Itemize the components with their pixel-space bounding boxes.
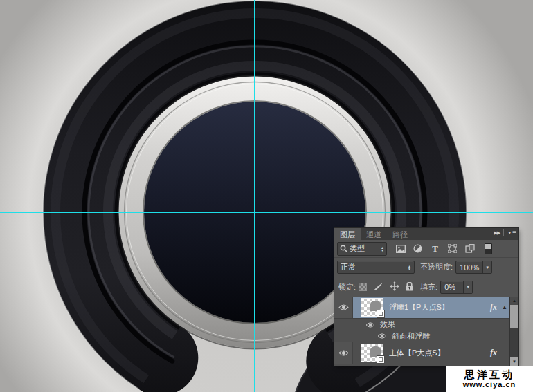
blend-mode-dropdown[interactable]: 正常 ▲▼ [337,261,415,274]
visibility-eye-icon[interactable] [365,321,375,328]
layer-fx-badge[interactable]: fx [490,302,497,312]
opacity-label: 不透明度: [420,262,453,272]
photoshop-workspace: 图层 通道 路径 ▶▶ ▼ ≡ 类型 ▲▼ [0,0,533,392]
watermark-url: www.ciya.cn [463,380,516,389]
filter-type-layers-icon[interactable]: T [430,243,440,254]
filter-smart-objects-icon[interactable] [464,243,475,254]
lock-all-icon[interactable] [406,282,413,292]
blend-mode-value: 正常 [341,262,408,272]
filter-toggle-switch[interactable] [485,243,492,254]
scroll-up-icon[interactable]: ▲ [510,297,518,305]
filter-adjustment-layers-icon[interactable] [413,243,423,254]
divider [503,229,504,236]
visibility-eye-icon[interactable] [377,333,387,339]
vector-mask-badge-icon [377,355,385,364]
blend-row: 正常 ▲▼ 不透明度: 100% ▼ [334,258,518,277]
layer-thumbnail[interactable] [361,344,383,362]
layers-list: 浮雕1【P大点S】 fx ▲ 效果 斜面和浮雕 [334,297,518,366]
filter-type-label: 类型 [350,243,379,254]
opacity-field[interactable]: 100% ▼ [455,261,492,274]
visibility-eye-icon[interactable] [338,304,349,311]
scrollbar-thumb[interactable] [510,305,518,328]
layer-thumbnail[interactable] [361,298,383,317]
layer-name[interactable]: 浮雕1【P大点S】 [389,302,449,312]
panel-tab-bar: 图层 通道 路径 ▶▶ ▼ ≡ [334,228,518,240]
opacity-dropdown-icon[interactable]: ▼ [482,261,491,273]
scroll-down-icon[interactable]: ▼ [510,357,518,366]
lock-row: 锁定: [334,277,518,297]
tab-layers[interactable]: 图层 [334,228,361,240]
opacity-value: 100% [456,263,482,272]
fill-label: 填充: [420,282,437,292]
collapse-panel-icon[interactable]: ▶▶ [494,230,500,236]
bevel-emboss-row[interactable]: 斜面和浮雕 [334,330,518,342]
watermark: 思洋互动 www.ciya.cn [446,366,533,392]
collapse-effects-icon[interactable]: ▲ [502,304,507,310]
horizontal-guide[interactable] [0,212,533,213]
lock-position-icon[interactable] [390,281,399,292]
layer-name[interactable]: 主体【P大点S】 [389,348,445,358]
bevel-emboss-label: 斜面和浮雕 [392,331,430,342]
watermark-title: 思洋互动 [464,369,514,380]
layers-scrollbar[interactable]: ▲ ▼ [509,297,518,366]
lock-label: 锁定: [338,282,356,292]
lock-transparency-icon[interactable] [359,283,367,291]
updown-arrows-icon: ▲▼ [381,246,384,252]
layer-row-fudiao1[interactable]: 浮雕1【P大点S】 fx ▲ [334,297,518,319]
filter-type-dropdown[interactable]: 类型 ▲▼ [337,242,387,256]
tab-channels[interactable]: 通道 [361,228,387,240]
filter-row: 类型 ▲▼ [334,240,518,258]
effects-row[interactable]: 效果 [334,319,518,330]
updown-arrows-icon: ▲▼ [408,265,411,270]
fill-field[interactable]: 0% ▼ [440,281,473,294]
effects-label: 效果 [380,319,395,330]
search-icon [340,245,347,252]
lock-pixels-brush-icon[interactable] [373,282,383,292]
filter-shape-layers-icon[interactable] [447,243,458,254]
layers-panel: 图层 通道 路径 ▶▶ ▼ ≡ 类型 ▲▼ [334,228,518,366]
fill-dropdown-icon[interactable]: ▼ [463,281,472,293]
panel-menu-icon[interactable]: ▼ ≡ [507,229,516,236]
vector-mask-badge-icon [377,310,385,318]
vertical-guide[interactable] [254,0,255,392]
layer-fx-badge[interactable]: fx [490,348,497,358]
visibility-eye-icon[interactable] [338,349,349,357]
fill-value: 0% [441,283,463,291]
tab-paths[interactable]: 路径 [387,228,413,240]
layer-row-zhuti[interactable]: 主体【P大点S】 fx [334,342,518,364]
filter-pixel-layers-icon[interactable] [395,243,406,254]
